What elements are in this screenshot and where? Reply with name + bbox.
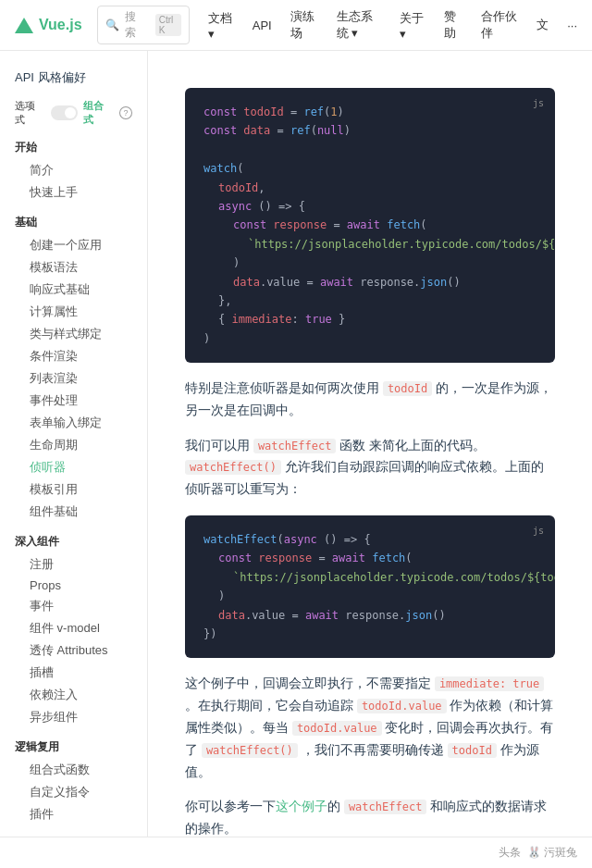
nav-more[interactable]: ··· bbox=[567, 8, 577, 42]
example-link[interactable]: 这个例子 bbox=[276, 799, 327, 813]
code1-line2: const data = ref(null) bbox=[204, 121, 536, 140]
paragraph-4: 你可以参考一下这个例子的 watchEffect 和响应式的数据请求的操作。 bbox=[185, 796, 555, 837]
section-title-reuse: 逻辑复用 bbox=[15, 739, 132, 755]
footer-text: 头条 🐰 污斑兔 bbox=[499, 845, 577, 861]
style-option1[interactable]: 选项式 bbox=[15, 99, 45, 127]
sidebar-item-fallthrough[interactable]: 透传 Attributes bbox=[15, 639, 132, 662]
code1-line12: ) bbox=[204, 329, 536, 348]
inline-code-todoid-1: todoId bbox=[383, 381, 432, 396]
sidebar-item-registration[interactable]: 注册 bbox=[15, 553, 132, 576]
code1-line4: todoId, bbox=[204, 179, 536, 197]
paragraph-1: 特别是注意侦听器是如何两次使用 todoId 的，一次是作为源，另一次是在回调中… bbox=[185, 378, 555, 422]
nav-sponsor[interactable]: 赞助 bbox=[444, 8, 462, 42]
sidebar-section-builtin: 内置组件 Transition TransitionGroup KeepAliv… bbox=[0, 829, 147, 837]
nav-playground[interactable]: 演练场 bbox=[290, 8, 318, 42]
nav-partner[interactable]: 合作伙伴 bbox=[481, 8, 518, 42]
main-content: js const todoId = ref(1) const data = re… bbox=[148, 51, 592, 837]
inline-code-immediate: immediate: true bbox=[435, 676, 544, 691]
sidebar-item-template-syntax[interactable]: 模板语法 bbox=[15, 256, 132, 279]
sidebar-item-provide[interactable]: 依赖注入 bbox=[15, 684, 132, 706]
sidebar-item-list[interactable]: 列表渲染 bbox=[15, 367, 132, 390]
section-title-basics: 基础 bbox=[15, 215, 132, 230]
code2-line2: const response = await fetch( bbox=[204, 549, 536, 567]
style-option2[interactable]: 组合式 bbox=[83, 99, 114, 127]
sidebar-section-basics: 基础 创建一个应用 模板语法 响应式基础 计算属性 类与样式绑定 条件渲染 列表… bbox=[0, 207, 147, 527]
code1-line3: watch( bbox=[204, 159, 536, 178]
nav-links: 文档 ▾ API 演练场 生态系统 ▾ 关于 ▾ 赞助 合作伙伴 文 ··· bbox=[208, 8, 577, 42]
code-block-2: js watchEffect(async () => { const respo… bbox=[185, 515, 555, 658]
search-label: 搜索 bbox=[125, 9, 142, 41]
inline-code-watcheffect-2: watchEffect() bbox=[202, 743, 298, 758]
search-icon: 🔍 bbox=[105, 19, 119, 31]
page-footer: 头条 🐰 污斑兔 bbox=[0, 837, 592, 868]
inline-code-todoid-value-1: todoId.value bbox=[357, 699, 447, 713]
code2-line3: `https://jsonplaceholder.typicode.com/to… bbox=[204, 568, 536, 587]
sidebar-item-form[interactable]: 表单输入绑定 bbox=[15, 412, 132, 434]
logo-text: Vue.js bbox=[39, 17, 82, 33]
sidebar-item-class-style[interactable]: 类与样式绑定 bbox=[15, 323, 132, 345]
inline-code-watcheffect-3: watchEffect bbox=[344, 800, 426, 814]
code2-line4: ) bbox=[204, 587, 536, 605]
info-icon[interactable]: ? bbox=[119, 106, 132, 119]
style-toggle-button[interactable] bbox=[51, 105, 79, 120]
section-title-components: 深入组件 bbox=[15, 534, 132, 550]
paragraph-2: 我们可以用 watchEffect 函数 来简化上面的代码。watchEffec… bbox=[185, 435, 555, 501]
code2-line1: watchEffect(async () => { bbox=[204, 530, 536, 549]
top-navigation: Vue.js 🔍 搜索 Ctrl K 文档 ▾ API 演练场 生态系统 ▾ 关… bbox=[0, 0, 592, 51]
sidebar-item-create-app[interactable]: 创建一个应用 bbox=[15, 234, 132, 256]
sidebar-item-plugins[interactable]: 插件 bbox=[15, 803, 132, 825]
code1-line8: ) bbox=[204, 254, 536, 272]
code1-line11: { immediate: true } bbox=[204, 310, 536, 329]
code2-line6: }) bbox=[204, 625, 536, 643]
inline-code-todoid-2: todoId bbox=[448, 743, 497, 758]
sidebar-item-props[interactable]: Props bbox=[15, 576, 132, 595]
inline-code-todoid-value-2: todoId.value bbox=[292, 721, 382, 736]
nav-lang[interactable]: 文 bbox=[536, 8, 549, 42]
code1-line1: const todoId = ref(1) bbox=[204, 103, 536, 121]
vue-triangle-icon bbox=[15, 18, 33, 33]
logo[interactable]: Vue.js bbox=[15, 17, 82, 33]
sidebar-item-vmodel[interactable]: 组件 v-model bbox=[15, 617, 132, 639]
inline-code-watcheffect-1: watchEffect bbox=[253, 439, 336, 453]
sidebar-item-events[interactable]: 事件处理 bbox=[15, 390, 132, 412]
code2-line5: data.value = await response.json() bbox=[204, 606, 536, 625]
style-toggle[interactable]: 选项式 组合式 ? bbox=[15, 99, 132, 127]
sidebar-section-start: 开始 简介 快速上手 bbox=[0, 132, 147, 207]
sidebar-item-lifecycle[interactable]: 生命周期 bbox=[15, 434, 132, 456]
paragraph-3: 这个例子中，回调会立即执行，不需要指定 immediate: true 。在执行… bbox=[185, 673, 555, 783]
toggle-knob bbox=[65, 107, 76, 118]
sidebar-item-component-basics[interactable]: 组件基础 bbox=[15, 501, 132, 523]
sidebar-item-computed[interactable]: 计算属性 bbox=[15, 301, 132, 323]
sidebar-item-quickstart[interactable]: 快速上手 bbox=[15, 181, 132, 204]
sidebar-item-async[interactable]: 异步组件 bbox=[15, 706, 132, 728]
code1-blank1 bbox=[204, 141, 536, 159]
nav-about[interactable]: 关于 ▾ bbox=[400, 8, 426, 42]
nav-docs[interactable]: 文档 ▾ bbox=[208, 8, 234, 42]
sidebar-item-slots[interactable]: 插槽 bbox=[15, 662, 132, 684]
section-title-start: 开始 bbox=[15, 140, 132, 155]
api-label-text: API 风格偏好 bbox=[15, 70, 86, 84]
code1-line9: data.value = await response.json() bbox=[204, 273, 536, 291]
sidebar-item-composables[interactable]: 组合式函数 bbox=[15, 759, 132, 781]
nav-api[interactable]: API bbox=[253, 8, 272, 42]
sidebar: API 风格偏好 选项式 组合式 ? 开始 简介 快速上手 基础 创建一个应用 … bbox=[0, 51, 148, 837]
sidebar-item-conditional[interactable]: 条件渲染 bbox=[15, 345, 132, 367]
sidebar-item-reactivity[interactable]: 响应式基础 bbox=[15, 279, 132, 301]
nav-ecosystem[interactable]: 生态系统 ▾ bbox=[337, 8, 381, 42]
code1-line6: const response = await fetch( bbox=[204, 216, 536, 234]
sidebar-item-template-refs[interactable]: 模板引用 bbox=[15, 478, 132, 501]
code1-line10: }, bbox=[204, 291, 536, 310]
search-shortcut: Ctrl K bbox=[155, 14, 181, 36]
sidebar-item-watchers[interactable]: 侦听器 bbox=[15, 456, 132, 478]
sidebar-item-component-events[interactable]: 事件 bbox=[15, 595, 132, 617]
lang-badge-2: js bbox=[533, 523, 544, 539]
api-preference-label: API 风格偏好 bbox=[0, 62, 147, 93]
lang-badge-1: js bbox=[533, 95, 544, 111]
search-bar[interactable]: 🔍 搜索 Ctrl K bbox=[97, 6, 190, 44]
sidebar-section-reuse: 逻辑复用 组合式函数 自定义指令 插件 bbox=[0, 732, 147, 829]
sidebar-item-directives[interactable]: 自定义指令 bbox=[15, 781, 132, 803]
sidebar-item-intro[interactable]: 简介 bbox=[15, 159, 132, 181]
code1-line5: async () => { bbox=[204, 197, 536, 216]
main-layout: API 风格偏好 选项式 组合式 ? 开始 简介 快速上手 基础 创建一个应用 … bbox=[0, 51, 592, 837]
code-block-1: js const todoId = ref(1) const data = re… bbox=[185, 88, 555, 363]
